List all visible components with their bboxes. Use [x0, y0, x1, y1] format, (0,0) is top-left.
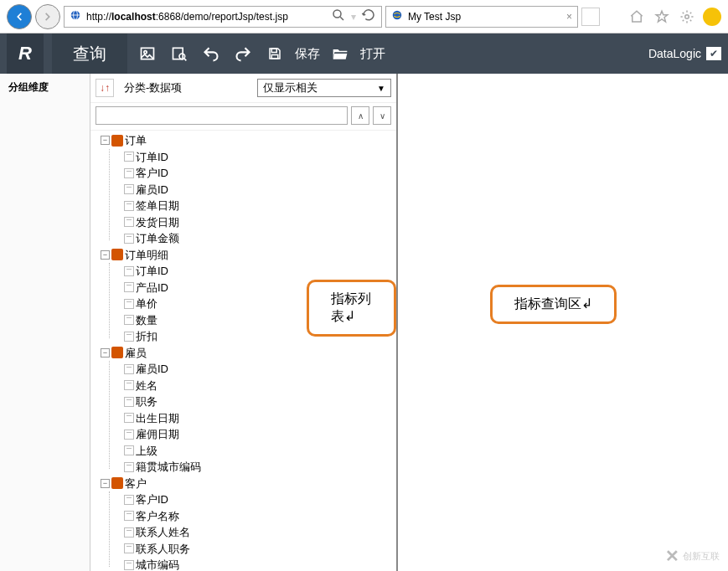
tree-leaf[interactable]: 联系人姓名 [124, 524, 396, 541]
tree-leaf[interactable]: 职务 [124, 394, 396, 410]
brand-selector[interactable]: DataLogic ✔ [648, 47, 721, 60]
save-label[interactable]: 保存 [295, 46, 320, 62]
field-icon [124, 234, 134, 244]
app-toolbar: R 查询 保存 打开 DataLogic ✔ [0, 33, 728, 74]
svg-rect-10 [271, 55, 278, 59]
tree-node[interactable]: − 订单明细 [101, 247, 396, 264]
svg-point-3 [393, 11, 402, 20]
tree-leaf[interactable]: 客户ID [124, 165, 396, 182]
open-icon[interactable] [328, 42, 352, 65]
ie-icon [391, 9, 403, 23]
tree-leaf-label: 客户名称 [136, 508, 179, 525]
collapse-icon[interactable]: − [101, 250, 110, 260]
nav-forward-button[interactable] [35, 4, 60, 29]
brand-label: DataLogic [648, 47, 701, 60]
table-icon [111, 249, 123, 260]
address-url: http://localhost:6868/demo/reportJsp/tes… [86, 11, 326, 23]
query-button[interactable]: 查询 [52, 33, 127, 74]
tree-leaf-label: 订单ID [136, 263, 168, 280]
undo-icon[interactable] [199, 42, 223, 65]
field-icon [124, 397, 134, 407]
tree-node-label: 客户 [125, 476, 147, 492]
category-dataitem-label: 分类-数据项 [119, 79, 252, 97]
filter-input[interactable] [96, 106, 348, 125]
new-tab-button[interactable] [581, 8, 600, 26]
svg-rect-9 [271, 49, 276, 53]
field-icon [124, 543, 134, 553]
separator: ▾ [351, 11, 356, 23]
tree-leaf[interactable]: 订单金额 [124, 230, 396, 247]
tree-leaf-label: 雇员ID [136, 361, 168, 378]
filter-prev-button[interactable]: ∧ [351, 106, 369, 125]
tree-node[interactable]: − 雇员 [101, 345, 396, 362]
tree-node[interactable]: − 订单 [101, 132, 396, 149]
tree-leaf[interactable]: 雇员ID [124, 361, 396, 378]
tree-leaf[interactable]: 客户名称 [124, 508, 396, 525]
indicator-query-pane: 指标查询区↲ ✕ 创新互联 [398, 74, 728, 571]
image-tool-icon[interactable] [136, 42, 159, 65]
tab-close-icon[interactable]: × [566, 11, 572, 23]
browser-bar: http://localhost:6868/demo/reportJsp/tes… [0, 0, 728, 33]
tree-node[interactable]: − 客户 [101, 476, 396, 492]
collapse-icon[interactable]: − [101, 348, 110, 358]
field-icon [124, 332, 134, 342]
svg-point-2 [333, 10, 341, 18]
field-icon [124, 299, 134, 309]
tree-leaf[interactable]: 上级 [124, 443, 396, 460]
home-icon[interactable] [627, 8, 646, 26]
tree-leaf-label: 职务 [136, 394, 157, 410]
open-label[interactable]: 打开 [360, 46, 385, 62]
tree-leaf-label: 客户ID [136, 491, 168, 508]
tree-leaf[interactable]: 订单ID [124, 263, 396, 280]
tree-leaf[interactable]: 姓名 [124, 378, 396, 394]
watermark: ✕ 创新互联 [665, 546, 720, 566]
table-icon [111, 477, 123, 489]
tree-leaf[interactable]: 籍贯城市编码 [124, 459, 396, 476]
settings-icon[interactable] [678, 8, 696, 26]
tree-leaf[interactable]: 联系人职务 [124, 541, 396, 558]
search-icon[interactable] [331, 8, 346, 25]
field-icon [124, 511, 134, 521]
svg-point-6 [144, 51, 147, 54]
field-icon [124, 560, 134, 570]
filter-next-button[interactable]: ∨ [373, 106, 391, 125]
redo-icon[interactable] [231, 42, 255, 65]
feedback-smiley-icon[interactable] [703, 8, 721, 26]
tree-leaf[interactable]: 城市编码 [124, 557, 396, 571]
tree-leaf[interactable]: 客户ID [124, 491, 396, 508]
tree-leaf[interactable]: 出生日期 [124, 410, 396, 427]
tree-leaf-label: 折扣 [136, 328, 157, 345]
favorites-icon[interactable] [653, 8, 671, 26]
refresh-icon[interactable] [361, 8, 376, 25]
field-icon [124, 266, 134, 276]
tree-leaf[interactable]: 签单日期 [124, 198, 396, 214]
collapse-icon[interactable]: − [101, 136, 110, 145]
browser-tab[interactable]: My Test Jsp × [385, 6, 578, 28]
related-only-value: 仅显示相关 [263, 80, 318, 95]
field-icon [124, 430, 134, 440]
tree-leaf[interactable]: 订单ID [124, 149, 396, 166]
preview-tool-icon[interactable] [168, 42, 191, 65]
field-icon [124, 201, 134, 211]
sort-button[interactable]: ↓↑ [96, 79, 114, 97]
filter-row: ∧ ∨ [90, 103, 396, 131]
watermark-logo-icon: ✕ [665, 546, 679, 566]
address-bar[interactable]: http://localhost:6868/demo/reportJsp/tes… [64, 6, 382, 28]
field-icon [124, 282, 134, 292]
nav-back-button[interactable] [7, 4, 32, 29]
tree-leaf[interactable]: 雇佣日期 [124, 426, 396, 443]
svg-point-4 [685, 14, 689, 18]
tree-leaf-label: 产品ID [136, 280, 168, 296]
tree-leaf-label: 客户ID [136, 165, 168, 182]
tree-leaf[interactable]: 雇员ID [124, 182, 396, 198]
group-dimension-title: 分组维度 [0, 74, 90, 101]
tree-leaf-label: 联系人职务 [136, 541, 190, 558]
related-only-select[interactable]: 仅显示相关 ▼ [257, 79, 391, 97]
collapse-icon[interactable]: − [101, 479, 110, 488]
field-icon [124, 413, 134, 423]
data-tree[interactable]: − 订单 订单ID 客户ID 雇员ID 签单日期 发货日期 订单金额− 订单明细… [90, 131, 396, 571]
table-icon [111, 135, 123, 147]
tree-leaf[interactable]: 发货日期 [124, 214, 396, 231]
field-icon [124, 184, 134, 194]
save-icon[interactable] [263, 42, 287, 65]
